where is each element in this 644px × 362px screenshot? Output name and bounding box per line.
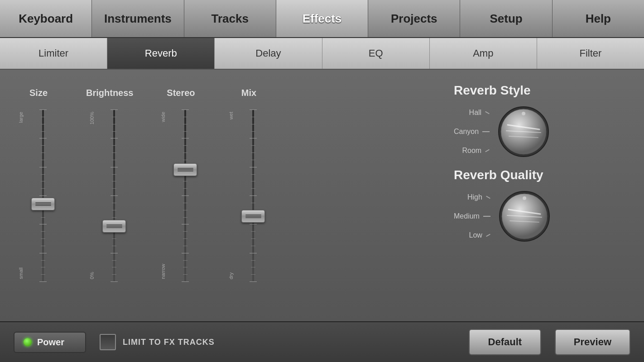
mix-slider-track[interactable]	[237, 110, 269, 281]
reverb-style-canyon: Canyon	[454, 128, 490, 136]
size-tick-17	[41, 231, 45, 232]
nav-help[interactable]: Help	[553, 0, 644, 37]
limit-fx-label: LIMIT TO FX TRACKS	[123, 338, 215, 347]
tab-delay[interactable]: Delay	[215, 38, 322, 69]
room-tick-icon	[485, 149, 490, 152]
limit-fx-section: LIMIT TO FX TRACKS	[100, 334, 215, 350]
size-tick-11	[41, 188, 45, 189]
mix-thumb[interactable]	[241, 210, 265, 223]
stereo-tick-22	[183, 267, 187, 267]
limit-fx-checkbox[interactable]	[100, 334, 116, 350]
sub-navigation: Limiter Reverb Delay EQ Amp Filter	[0, 38, 644, 70]
stereo-side-labels: wide narrow	[160, 110, 166, 281]
brightness-tick-2	[112, 124, 116, 124]
mix-slider-container: wet dry	[228, 105, 269, 286]
stereo-tick-7	[183, 160, 187, 160]
preview-button[interactable]: Preview	[555, 329, 630, 355]
mix-tick-1	[251, 117, 255, 117]
stereo-tick-18	[183, 238, 187, 239]
reverb-quality-medium: Medium	[454, 212, 490, 220]
size-tick-16	[39, 224, 47, 224]
size-tick-22	[41, 267, 45, 267]
brightness-tick-21	[112, 260, 116, 261]
stereo-slider-track[interactable]	[169, 110, 201, 281]
brightness-tick-24	[111, 281, 118, 282]
size-tick-4	[39, 138, 47, 138]
size-tick-20	[39, 253, 47, 253]
stereo-tick-1	[183, 117, 187, 117]
stereo-tick-2	[183, 124, 187, 124]
brightness-slider-container: 100% 0%	[89, 105, 130, 286]
default-button[interactable]: Default	[469, 329, 541, 355]
brightness-tick-18	[112, 238, 116, 239]
size-side-labels: large small	[18, 110, 24, 281]
brightness-top-label: 100%	[89, 112, 95, 124]
stereo-tick-10	[183, 181, 187, 181]
size-slider-track[interactable]	[27, 110, 59, 281]
nav-keyboard[interactable]: Keyboard	[0, 0, 92, 37]
mix-tick-20	[250, 253, 257, 253]
brightness-tick-3	[112, 131, 116, 132]
stereo-thumb[interactable]	[173, 163, 197, 176]
stereo-slider-container: wide narrow	[160, 105, 201, 286]
tab-eq[interactable]: EQ	[322, 38, 430, 69]
reverb-quality-knob[interactable]	[497, 189, 552, 243]
mix-tick-3	[251, 131, 255, 132]
brightness-thumb[interactable]	[102, 220, 126, 233]
size-thumb[interactable]	[31, 198, 55, 210]
reverb-quality-title: Reverb Quality	[454, 168, 626, 182]
brightness-label: Brightness	[86, 88, 133, 98]
reverb-quality-row: High Medium Low	[454, 189, 626, 243]
tab-reverb[interactable]: Reverb	[107, 38, 215, 69]
nav-instruments[interactable]: Instruments	[92, 0, 184, 37]
brightness-tick-19	[112, 246, 116, 246]
reverb-quality-section: Reverb Quality High Medium Low	[454, 168, 626, 243]
nav-tracks[interactable]: Tracks	[184, 0, 276, 37]
reverb-quality-high: High	[454, 193, 490, 201]
size-tick-7	[41, 160, 45, 160]
brightness-tick-6	[112, 152, 116, 153]
stereo-tick-11	[183, 188, 187, 189]
nav-setup[interactable]: Setup	[460, 0, 552, 37]
mix-bottom-label: dry	[228, 272, 234, 279]
stereo-top-label: wide	[160, 112, 166, 122]
mix-side-labels: wet dry	[228, 110, 234, 281]
mix-tick-13	[251, 203, 255, 203]
brightness-tick-5	[112, 145, 116, 146]
stereo-tick-13	[183, 203, 187, 203]
brightness-tick-14	[112, 210, 116, 210]
mix-tick-24	[250, 281, 257, 282]
power-button[interactable]: Power	[14, 332, 86, 353]
tab-filter[interactable]: Filter	[537, 38, 644, 69]
tab-amp[interactable]: Amp	[430, 38, 537, 69]
sliders-section: Size large small Brightness 100% 0%	[18, 83, 436, 286]
stereo-tick-19	[183, 246, 187, 246]
brightness-tick-8	[111, 167, 118, 167]
stereo-tick-20	[182, 253, 189, 253]
brightness-slider-track[interactable]	[98, 110, 130, 281]
size-tick-1	[41, 117, 45, 117]
power-led	[24, 338, 32, 346]
nav-effects[interactable]: Effects	[276, 0, 368, 37]
mix-tick-7	[251, 160, 255, 160]
stereo-tick-24	[182, 281, 189, 282]
high-tick-icon	[486, 196, 490, 199]
size-slider-group: Size large small	[18, 88, 59, 286]
mix-tick-22	[251, 267, 255, 267]
mix-tick-18	[251, 238, 255, 239]
low-tick-icon	[486, 233, 490, 237]
brightness-tick-15	[112, 217, 116, 218]
mix-tick-6	[251, 152, 255, 153]
mix-tick-0	[250, 110, 257, 110]
nav-projects[interactable]: Projects	[368, 0, 460, 37]
top-navigation: Keyboard Instruments Tracks Effects Proj…	[0, 0, 644, 38]
power-label: Power	[37, 337, 64, 348]
size-tick-2	[41, 124, 45, 124]
reverb-style-knob[interactable]	[496, 105, 551, 159]
mix-tick-10	[251, 181, 255, 181]
size-bottom-label: small	[18, 267, 24, 279]
tab-limiter[interactable]: Limiter	[0, 38, 107, 69]
main-content: Size large small Brightness 100% 0%	[0, 70, 644, 321]
brightness-tick-4	[111, 138, 118, 138]
size-tick-6	[41, 152, 45, 153]
